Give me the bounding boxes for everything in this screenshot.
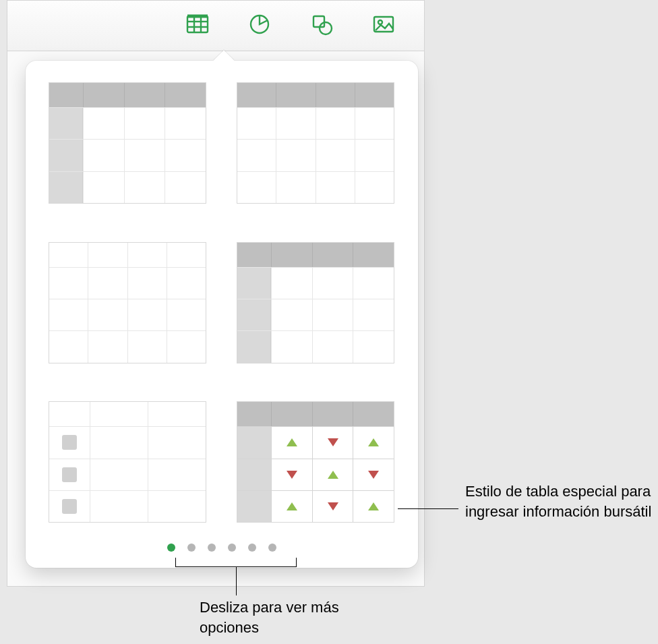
insert-chart-button[interactable]	[245, 11, 274, 40]
svg-rect-7	[313, 16, 324, 27]
table-style-plain[interactable]	[49, 242, 206, 363]
callout-leader	[236, 567, 237, 595]
triangle-down-icon	[328, 438, 338, 446]
pie-chart-icon	[247, 12, 272, 39]
table-icon	[185, 12, 210, 39]
insert-media-button[interactable]	[369, 11, 398, 40]
svg-point-8	[320, 22, 332, 34]
table-style-grid	[49, 82, 395, 531]
callout-leader	[398, 508, 458, 509]
page-dot[interactable]	[208, 544, 216, 552]
callout-swipe-hint: Desliza para ver más opciones	[200, 597, 402, 637]
image-icon	[371, 12, 396, 39]
page-dot[interactable]	[228, 544, 236, 552]
svg-rect-0	[187, 16, 208, 32]
insert-table-button[interactable]	[183, 11, 212, 40]
page-dot[interactable]	[268, 544, 276, 552]
insert-shape-button[interactable]	[307, 11, 336, 40]
shapes-icon	[309, 12, 334, 39]
table-style-stock[interactable]	[237, 401, 394, 523]
triangle-down-icon	[328, 502, 338, 510]
page-dot[interactable]	[248, 544, 256, 552]
table-style-checklist[interactable]	[49, 401, 206, 523]
triangle-up-icon	[368, 438, 379, 446]
insert-toolbar	[7, 1, 424, 51]
table-style-header-sidecol-tint[interactable]	[237, 242, 394, 363]
callout-bracket	[175, 558, 297, 567]
checkbox-icon	[62, 467, 77, 482]
triangle-down-icon	[368, 471, 379, 479]
triangle-up-icon	[287, 502, 297, 510]
page-indicator[interactable]	[49, 531, 395, 552]
page-dot[interactable]	[167, 544, 175, 552]
page-dot[interactable]	[187, 544, 196, 552]
table-style-basic-header-sidecol[interactable]	[49, 82, 206, 204]
callout-stock-style: Estilo de tabla especial para ingresar i…	[465, 481, 654, 521]
table-style-popover	[26, 61, 418, 568]
triangle-up-icon	[328, 471, 338, 479]
checkbox-icon	[62, 435, 77, 450]
triangle-up-icon	[287, 438, 297, 446]
table-style-basic-header[interactable]	[237, 82, 394, 204]
checkbox-icon	[62, 499, 77, 514]
triangle-down-icon	[287, 471, 297, 479]
triangle-up-icon	[368, 502, 379, 510]
svg-point-10	[378, 20, 382, 24]
